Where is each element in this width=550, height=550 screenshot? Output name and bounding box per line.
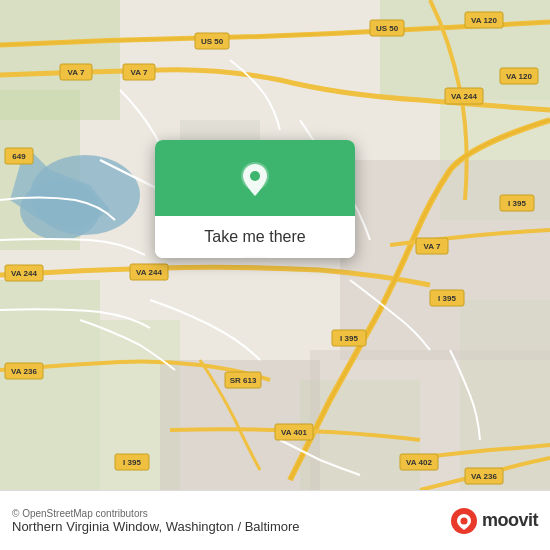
- bottom-text-area: © OpenStreetMap contributors Northern Vi…: [12, 508, 300, 534]
- svg-text:VA 402: VA 402: [406, 458, 432, 467]
- bottom-bar: © OpenStreetMap contributors Northern Vi…: [0, 490, 550, 550]
- svg-text:VA 7: VA 7: [131, 68, 148, 77]
- svg-text:VA 120: VA 120: [506, 72, 532, 81]
- svg-text:I 395: I 395: [508, 199, 526, 208]
- svg-text:VA 7: VA 7: [68, 68, 85, 77]
- svg-text:VA 236: VA 236: [471, 472, 497, 481]
- popup-card: Take me there: [155, 140, 355, 258]
- svg-text:VA 244: VA 244: [136, 268, 162, 277]
- moovit-icon: [450, 507, 478, 535]
- location-pin-icon: [233, 158, 277, 202]
- svg-text:I 395: I 395: [123, 458, 141, 467]
- svg-text:I 395: I 395: [340, 334, 358, 343]
- svg-text:VA 401: VA 401: [281, 428, 307, 437]
- svg-text:SR 613: SR 613: [230, 376, 257, 385]
- svg-point-57: [250, 171, 260, 181]
- svg-text:649: 649: [12, 152, 26, 161]
- popup-icon-area: [155, 140, 355, 216]
- svg-text:VA 7: VA 7: [424, 242, 441, 251]
- svg-text:US 50: US 50: [376, 24, 399, 33]
- svg-point-59: [460, 517, 467, 524]
- location-title: Northern Virginia Window, Washington / B…: [12, 519, 300, 534]
- svg-text:US 50: US 50: [201, 37, 224, 46]
- svg-text:VA 244: VA 244: [11, 269, 37, 278]
- svg-text:VA 244: VA 244: [451, 92, 477, 101]
- copyright-text: © OpenStreetMap contributors: [12, 508, 300, 519]
- moovit-text: moovit: [482, 510, 538, 531]
- map-container: VA 7 US 50 US 50 VA 120 VA 120 649 VA 7 …: [0, 0, 550, 490]
- svg-text:VA 236: VA 236: [11, 367, 37, 376]
- svg-text:VA 120: VA 120: [471, 16, 497, 25]
- svg-text:I 395: I 395: [438, 294, 456, 303]
- take-me-there-button[interactable]: Take me there: [155, 216, 355, 258]
- moovit-logo[interactable]: moovit: [450, 507, 538, 535]
